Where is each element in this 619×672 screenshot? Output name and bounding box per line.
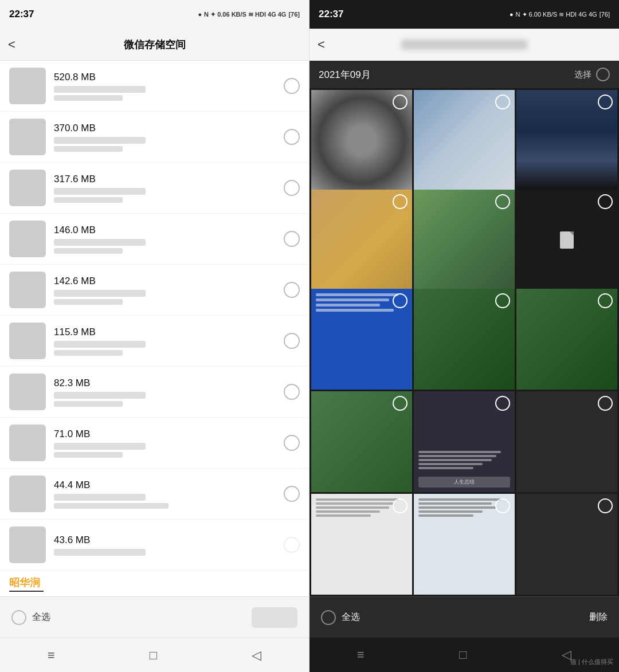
list-item[interactable]: 520.8 MB (0, 61, 309, 112)
item-radio[interactable] (284, 537, 300, 553)
photo-select-circle[interactable] (598, 293, 613, 308)
home-icon[interactable]: □ (150, 648, 157, 663)
item-subtitle2 (54, 248, 123, 254)
photo-cell[interactable] (414, 190, 515, 290)
right-home-icon[interactable]: □ (459, 647, 467, 662)
photo-cell[interactable] (414, 90, 515, 191)
photo-cell[interactable]: 人生总结 (414, 391, 515, 492)
item-subtitle (54, 494, 146, 501)
photo-cell[interactable] (311, 90, 412, 191)
left-panel: 22:37 ● N ✦ 0.06 KB/S ≋ HDI 4G 4G [76] <… (0, 0, 310, 672)
item-size: 146.0 MB (54, 225, 284, 236)
right-nav-bar: ≡ □ ◁ (310, 638, 619, 672)
item-thumbnail (9, 425, 46, 461)
photo-cell[interactable] (311, 190, 412, 290)
photo-select-circle[interactable] (598, 498, 613, 513)
left-battery: [76] (288, 11, 300, 18)
list-item[interactable]: 71.0 MB (0, 418, 309, 469)
photo-cell[interactable] (516, 289, 617, 390)
select-button-group[interactable]: 选择 (574, 68, 610, 81)
item-radio[interactable] (284, 78, 300, 94)
photo-cell[interactable] (414, 289, 515, 390)
item-thumbnail (9, 221, 46, 257)
photo-select-circle[interactable] (393, 293, 408, 308)
photo-cell[interactable] (516, 90, 617, 191)
photo-select-circle[interactable] (393, 194, 408, 209)
photo-select-circle[interactable] (495, 293, 510, 308)
list-item[interactable]: 146.0 MB (0, 214, 309, 265)
right-bottom-bar: 全选 删除 (310, 596, 619, 638)
right-notification-badge: ● (510, 11, 514, 18)
photo-select-circle[interactable] (598, 95, 613, 109)
photo-select-circle[interactable] (393, 95, 408, 109)
photo-select-circle[interactable] (495, 498, 510, 513)
item-size: 82.3 MB (54, 378, 284, 389)
photo-grid: 人生总结 (310, 88, 619, 596)
item-radio[interactable] (284, 180, 300, 196)
list-item[interactable]: 115.9 MB (0, 316, 309, 367)
right-back-button[interactable]: < (318, 37, 325, 52)
item-subtitle (54, 290, 146, 297)
left-page-title: 微信存储空间 (124, 38, 186, 52)
photo-cell[interactable] (311, 494, 412, 595)
photo-cell[interactable] (516, 494, 617, 595)
item-subtitle (54, 188, 146, 195)
item-radio[interactable] (284, 129, 300, 145)
photo-cell[interactable] (516, 190, 617, 290)
item-info: 146.0 MB (54, 225, 284, 254)
right-back-icon[interactable]: ◁ (562, 647, 571, 662)
left-bottom-bar: 全选 (0, 596, 309, 638)
list-item[interactable]: 44.4 MB (0, 469, 309, 520)
item-radio[interactable] (284, 333, 300, 349)
item-thumbnail (9, 272, 46, 308)
right-select-all-group[interactable]: 全选 (321, 610, 360, 625)
select-all-group[interactable]: 全选 (11, 610, 50, 625)
item-subtitle2 (54, 197, 123, 203)
photo-select-circle[interactable] (495, 194, 510, 209)
item-radio[interactable] (284, 231, 300, 247)
left-header: < 微信存储空间 (0, 29, 309, 61)
menu-icon[interactable]: ≡ (48, 648, 55, 663)
list-item[interactable]: 43.6 MB (0, 520, 309, 571)
item-subtitle2 (54, 95, 123, 101)
item-info: 115.9 MB (54, 327, 284, 356)
list-item[interactable]: 370.0 MB (0, 112, 309, 163)
right-time: 22:37 (319, 9, 343, 20)
item-size: 520.8 MB (54, 72, 284, 83)
photo-select-circle[interactable] (495, 396, 510, 411)
photo-select-circle[interactable] (598, 194, 613, 209)
list-item[interactable]: 142.6 MB (0, 265, 309, 316)
item-info: 317.6 MB (54, 174, 284, 203)
item-radio[interactable] (284, 282, 300, 298)
photo-cell[interactable] (516, 391, 617, 492)
item-radio[interactable] (284, 435, 300, 451)
right-select-all-radio[interactable] (321, 610, 336, 625)
list-item[interactable]: 317.6 MB (0, 163, 309, 214)
right-menu-icon[interactable]: ≡ (357, 647, 365, 662)
item-radio[interactable] (284, 486, 300, 502)
item-thumbnail (9, 119, 46, 155)
photo-cell[interactable] (311, 391, 412, 492)
item-subtitle2 (54, 401, 123, 407)
left-status-icons: ● N ✦ 0.06 KB/S ≋ HDI 4G 4G [76] (198, 11, 300, 18)
item-info: 370.0 MB (54, 123, 284, 152)
item-size: 43.6 MB (54, 535, 284, 546)
list-item[interactable]: 82.3 MB (0, 367, 309, 418)
photo-cell[interactable] (414, 494, 515, 595)
photo-cell[interactable] (311, 289, 412, 390)
action-button[interactable] (252, 607, 297, 628)
select-radio[interactable] (596, 68, 610, 81)
photo-select-circle[interactable] (598, 396, 613, 411)
photo-select-circle[interactable] (393, 396, 408, 411)
item-radio[interactable] (284, 384, 300, 400)
item-subtitle2 (54, 452, 123, 458)
back-icon[interactable]: ◁ (252, 648, 261, 663)
photo-select-circle[interactable] (495, 95, 510, 109)
right-panel: 22:37 ● N ✦ 6.00 KB/S ≋ HDI 4G 4G [76] <… (310, 0, 619, 672)
left-back-button[interactable]: < (8, 37, 15, 52)
photo-select-circle[interactable] (393, 498, 408, 513)
select-all-radio[interactable] (11, 610, 26, 625)
right-delete-button[interactable]: 删除 (589, 611, 608, 623)
month-label: 2021年09月 (319, 68, 371, 81)
brand-watermark: 昭华涧 (9, 576, 44, 592)
